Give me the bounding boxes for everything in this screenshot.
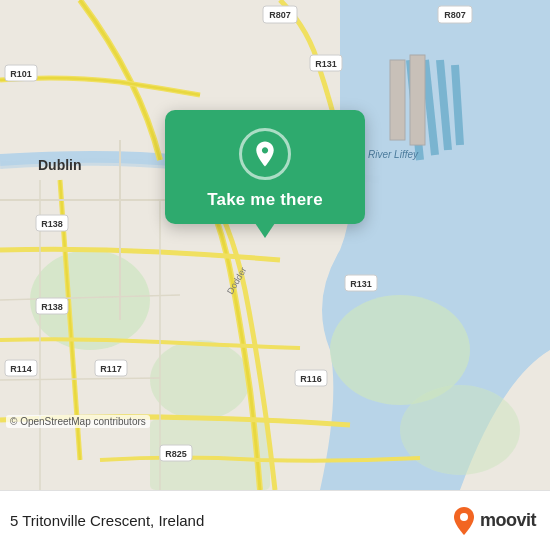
svg-text:R117: R117 — [100, 364, 122, 374]
svg-text:Dublin: Dublin — [38, 157, 82, 173]
svg-text:R114: R114 — [10, 364, 32, 374]
svg-line-15 — [455, 65, 460, 145]
location-icon-wrapper — [239, 128, 291, 180]
svg-text:R116: R116 — [300, 374, 322, 384]
location-pin-icon — [250, 139, 280, 169]
svg-text:R807: R807 — [269, 10, 291, 20]
moovit-wordmark-text: moovit — [480, 510, 536, 531]
svg-rect-16 — [390, 60, 405, 140]
svg-text:R131: R131 — [315, 59, 337, 69]
moovit-pin-icon — [453, 507, 475, 535]
svg-text:R131: R131 — [350, 279, 372, 289]
svg-point-2 — [150, 340, 250, 420]
moovit-logo: moovit — [453, 507, 536, 535]
location-popup[interactable]: Take me there — [165, 110, 365, 224]
svg-text:R138: R138 — [41, 219, 63, 229]
svg-text:R101: R101 — [10, 69, 32, 79]
svg-text:River Liffey: River Liffey — [368, 149, 419, 160]
map-attribution: © OpenStreetMap contributors — [6, 415, 150, 428]
svg-rect-17 — [410, 55, 425, 145]
address-label: 5 Tritonville Crescent, Ireland — [10, 512, 204, 529]
svg-point-43 — [460, 513, 468, 521]
svg-point-4 — [400, 385, 520, 475]
map-view: R807 R807 R131 R101 Dublin River Liffey … — [0, 0, 550, 490]
svg-text:R825: R825 — [165, 449, 187, 459]
bottom-info-bar: 5 Tritonville Crescent, Ireland moovit — [0, 490, 550, 550]
svg-text:R807: R807 — [444, 10, 466, 20]
svg-text:R138: R138 — [41, 302, 63, 312]
take-me-there-button[interactable]: Take me there — [207, 190, 323, 210]
